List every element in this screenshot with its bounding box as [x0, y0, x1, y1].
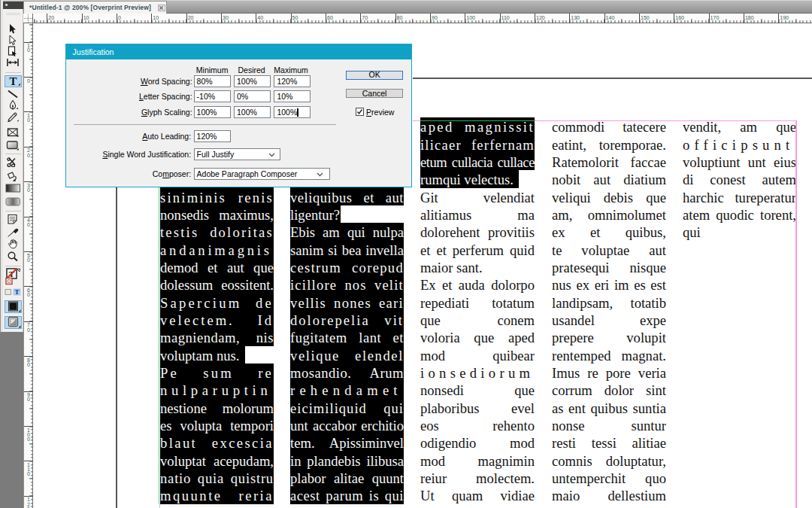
svg-text:T: T — [9, 75, 17, 87]
svg-text:T: T — [14, 288, 19, 296]
